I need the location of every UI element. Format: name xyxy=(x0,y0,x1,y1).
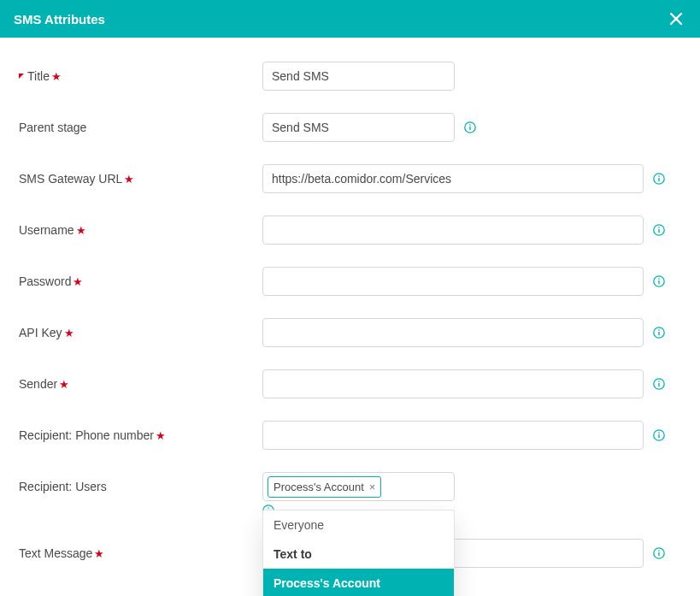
recipient-users-tagbox[interactable]: Process's Account × xyxy=(262,472,455,501)
info-icon[interactable] xyxy=(652,326,666,339)
svg-rect-6 xyxy=(658,178,659,181)
svg-rect-4 xyxy=(469,124,470,125)
svg-rect-19 xyxy=(658,381,659,381)
password-input[interactable] xyxy=(262,267,644,296)
svg-rect-28 xyxy=(658,550,659,551)
required-star-icon: ★ xyxy=(76,224,86,237)
svg-rect-15 xyxy=(658,332,659,335)
required-star-icon: ★ xyxy=(156,429,166,442)
remove-tag-icon[interactable]: × xyxy=(369,481,376,493)
row-sender: Sender ★ xyxy=(19,369,666,398)
recipient-phone-input[interactable] xyxy=(262,421,644,450)
info-icon[interactable] xyxy=(652,428,666,442)
row-recipient-users: Recipient: Users Process's Account × Eve… xyxy=(19,472,666,501)
svg-rect-27 xyxy=(658,552,659,556)
info-icon[interactable] xyxy=(652,274,666,288)
row-sms-gateway: SMS Gateway URL ★ xyxy=(19,164,666,193)
row-title: Title ★ xyxy=(19,62,666,91)
dropdown-option[interactable]: Everyone xyxy=(263,510,454,540)
svg-rect-10 xyxy=(658,227,659,227)
info-icon[interactable] xyxy=(652,223,666,237)
info-icon[interactable] xyxy=(463,121,477,134)
dropdown-group-header: Text to xyxy=(263,540,454,569)
label-sms-gateway: SMS Gateway URL ★ xyxy=(19,172,262,186)
recipient-users-dropdown[interactable]: EveryoneText toProcess's AccountProcess'… xyxy=(262,510,455,596)
row-recipient-phone: Recipient: Phone number ★ xyxy=(19,421,666,450)
modal-header: SMS Attributes xyxy=(0,0,700,38)
close-icon[interactable] xyxy=(666,9,686,29)
sms-gateway-input[interactable] xyxy=(262,164,644,193)
label-api-key: API Key ★ xyxy=(19,326,262,339)
row-parent-stage: Parent stage xyxy=(19,113,666,142)
info-icon[interactable] xyxy=(652,377,666,391)
label-sender: Sender ★ xyxy=(19,377,262,391)
svg-rect-21 xyxy=(658,434,659,438)
svg-rect-22 xyxy=(658,432,659,433)
svg-rect-25 xyxy=(268,507,268,508)
user-tag-label: Process's Account xyxy=(274,481,364,493)
label-title: Title ★ xyxy=(19,69,262,83)
svg-rect-9 xyxy=(658,229,659,233)
username-input[interactable] xyxy=(262,215,644,245)
row-api-key: API Key ★ xyxy=(19,318,666,347)
required-star-icon: ★ xyxy=(51,70,62,83)
row-username: Username ★ xyxy=(19,215,666,245)
recipient-users-input[interactable] xyxy=(386,478,450,495)
required-star-icon: ★ xyxy=(124,173,134,186)
required-star-icon: ★ xyxy=(59,378,69,391)
label-recipient-users: Recipient: Users xyxy=(19,480,262,493)
svg-rect-12 xyxy=(658,280,659,284)
label-password: Password ★ xyxy=(19,274,262,288)
modal-body: Title ★ Parent stage SMS Gateway xyxy=(0,38,700,596)
svg-rect-3 xyxy=(469,127,470,130)
modal-title: SMS Attributes xyxy=(14,12,105,27)
row-password: Password ★ xyxy=(19,267,666,296)
label-username: Username ★ xyxy=(19,223,262,237)
user-tag[interactable]: Process's Account × xyxy=(268,476,381,498)
svg-rect-18 xyxy=(658,383,659,387)
label-recipient-phone: Recipient: Phone number ★ xyxy=(19,428,262,442)
svg-rect-7 xyxy=(658,175,659,176)
required-star-icon: ★ xyxy=(64,327,74,339)
info-icon[interactable] xyxy=(652,546,666,560)
parent-stage-input[interactable] xyxy=(262,113,455,142)
sms-attributes-modal: SMS Attributes Title ★ Parent stage xyxy=(0,0,700,596)
dropdown-option[interactable]: Process's Account xyxy=(263,569,454,596)
required-star-icon: ★ xyxy=(94,547,104,560)
required-corner-icon xyxy=(19,74,24,79)
label-parent-stage: Parent stage xyxy=(19,121,262,134)
api-key-input[interactable] xyxy=(262,318,644,347)
title-input[interactable] xyxy=(262,62,455,91)
svg-rect-16 xyxy=(658,329,659,330)
sender-input[interactable] xyxy=(262,369,644,398)
svg-rect-13 xyxy=(658,278,659,279)
info-icon[interactable] xyxy=(652,172,666,186)
label-text-message: Text Message ★ xyxy=(19,546,262,560)
required-star-icon: ★ xyxy=(73,275,83,288)
